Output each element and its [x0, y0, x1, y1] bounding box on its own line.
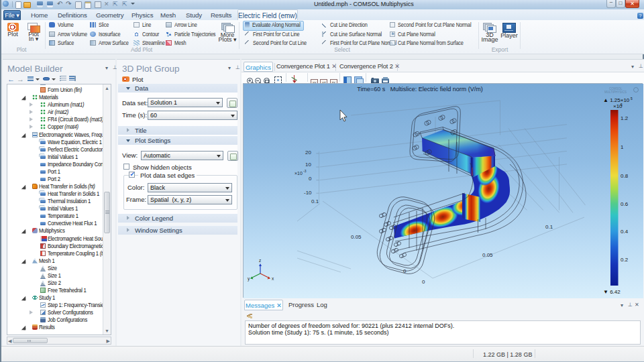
svg-text:0.1: 0.1	[311, 198, 319, 204]
svg-text:10: 10	[305, 162, 311, 168]
svg-text:1: 1	[621, 144, 624, 150]
svg-text:0.2: 0.2	[621, 257, 629, 263]
svg-text:-10: -10	[304, 190, 312, 196]
svg-text:5: 5	[621, 103, 623, 107]
svg-text:▼ 6.42: ▼ 6.42	[603, 289, 621, 295]
svg-text:0.1: 0.1	[545, 224, 553, 230]
svg-text:0.4: 0.4	[621, 229, 629, 235]
svg-text:5: 5	[631, 97, 633, 101]
svg-text:0.05: 0.05	[351, 234, 362, 240]
svg-text:1.2: 1.2	[621, 115, 629, 121]
svg-text:0.6: 0.6	[621, 201, 629, 207]
svg-text:0.05: 0.05	[482, 252, 493, 258]
svg-text:0: 0	[309, 176, 312, 182]
svg-text:▲ 1.25×10: ▲ 1.25×10	[603, 97, 630, 103]
svg-text:z: z	[259, 258, 261, 263]
svg-text:Time=60 s Multislice: Electr: Time=60 s Multislice: Electric field nor…	[357, 86, 482, 93]
svg-text:0.8: 0.8	[621, 173, 629, 179]
svg-text:×10: ×10	[294, 171, 303, 176]
svg-text:-3: -3	[303, 169, 307, 173]
svg-text:0: 0	[422, 279, 425, 285]
svg-text:20: 20	[305, 149, 311, 156]
svg-text:MULTIPHYSICS: MULTIPHYSICS	[604, 90, 627, 94]
